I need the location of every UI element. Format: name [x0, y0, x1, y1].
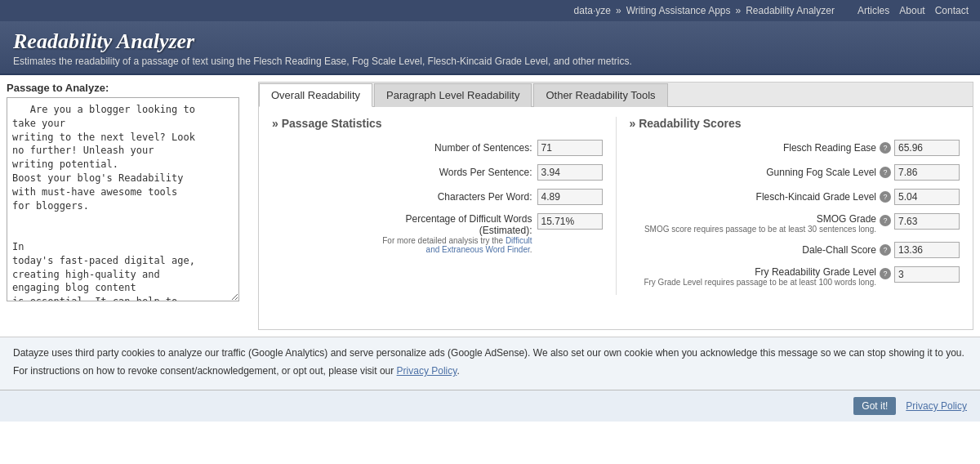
difficult-words-link[interactable]: Difficult and Extraneous Word Finder: [426, 236, 532, 254]
main-content: Passage to Analyze: Overall Readability …: [0, 75, 980, 337]
nav-current[interactable]: Readability Analyzer: [746, 5, 835, 16]
score-label-fry: Fry Readability Grade Level Fry Grade Le…: [644, 266, 876, 287]
score-value-fk: [894, 189, 960, 205]
cookie-bar: Got it! Privacy Policy: [0, 390, 980, 422]
cookie-notice: Datayze uses third party cookies to anal…: [0, 337, 980, 390]
cookie-period: .: [457, 365, 459, 377]
nav-about[interactable]: About: [899, 5, 924, 16]
score-row-fry: Fry Readability Grade Level Fry Grade Le…: [630, 266, 960, 287]
stat-value-sentences: [537, 140, 603, 156]
page-title: Readability Analyzer: [13, 29, 967, 54]
passage-stats: » Passage Statistics Number of Sentences…: [272, 117, 603, 295]
page-subtitle: Estimates the readability of a passage o…: [13, 56, 967, 67]
score-row-smog: SMOG Grade SMOG score requires passage t…: [630, 213, 960, 234]
score-row-fog: Gunning Fog Scale Level ?: [630, 164, 960, 181]
brand-link[interactable]: data·yze: [574, 5, 611, 16]
score-label-flesch: Flesch Reading Ease: [783, 142, 876, 154]
tab-content: » Passage Statistics Number of Sentences…: [259, 107, 973, 305]
scores-arrow: »: [630, 117, 639, 130]
cookie-text1: Datayze uses third party cookies to anal…: [13, 346, 967, 360]
passage-label: Passage to Analyze:: [7, 82, 252, 94]
score-row-dale: Dale-Chall Score ?: [630, 242, 960, 258]
stat-row-sentences: Number of Sentences:: [272, 140, 603, 156]
cookie-bar-privacy-link[interactable]: Privacy Policy: [906, 400, 967, 412]
stat-label-sentences: Number of Sentences:: [434, 142, 532, 154]
score-label-fk: Flesch-Kincaid Grade Level: [756, 191, 876, 203]
score-value-fog: [894, 164, 960, 181]
cookie-text2-prefix: For instructions on how to revoke consen…: [13, 365, 397, 377]
stat-label-words-per-sentence: Words Per Sentence:: [439, 167, 532, 178]
stat-row-difficult-words: Percentage of Difficult Words (Estimated…: [272, 213, 603, 254]
nav-articles[interactable]: Articles: [858, 5, 889, 16]
cookie-privacy-link[interactable]: Privacy Policy: [397, 365, 457, 377]
stats-columns: » Passage Statistics Number of Sentences…: [272, 117, 960, 295]
score-value-fry: [894, 266, 960, 283]
column-divider: [616, 117, 617, 295]
stat-value-chars-per-word: [537, 189, 603, 205]
stat-label-chars-per-word: Characters Per Word:: [438, 191, 532, 203]
score-value-smog: [894, 213, 960, 230]
results-section: Overall Readability Paragraph Level Read…: [258, 82, 973, 330]
stat-label-difficult-words: Percentage of Difficult Words (Estimated…: [369, 213, 532, 254]
score-label-dale: Dale-Chall Score: [802, 244, 876, 256]
score-row-fk: Flesch-Kincaid Grade Level ?: [630, 189, 960, 205]
tab-other-tools[interactable]: Other Readability Tools: [533, 83, 667, 107]
nav-writing-apps[interactable]: Writing Assistance Apps: [626, 5, 731, 16]
flesch-help-icon[interactable]: ?: [880, 142, 891, 154]
score-label-smog: SMOG Grade SMOG score requires passage t…: [644, 213, 876, 234]
dale-help-icon[interactable]: ?: [880, 244, 891, 256]
nav-sep2: »: [736, 5, 742, 16]
stat-value-words-per-sentence: [537, 164, 603, 181]
header: Readability Analyzer Estimates the reada…: [0, 21, 980, 75]
top-nav: data·yze » Writing Assistance Apps » Rea…: [0, 0, 980, 21]
passage-stats-title: » Passage Statistics: [272, 117, 603, 130]
readability-scores-title: » Readability Scores: [630, 117, 960, 130]
score-value-dale: [894, 242, 960, 258]
stat-row-chars-per-word: Characters Per Word:: [272, 189, 603, 205]
nav-contact[interactable]: Contact: [935, 5, 969, 16]
got-it-button[interactable]: Got it!: [853, 397, 896, 415]
stat-note-difficult-words: For more detailed analysis try the Diffi…: [369, 236, 532, 254]
passage-textarea[interactable]: [7, 97, 239, 301]
stat-value-difficult-words: [537, 213, 603, 230]
tab-overall-readability[interactable]: Overall Readability: [259, 83, 372, 107]
smog-help-icon[interactable]: ?: [880, 215, 891, 226]
smog-note: SMOG score requires passage to be at lea…: [644, 225, 876, 234]
nav-sep1: »: [616, 5, 621, 16]
fry-note: Fry Grade Level requires passage to be a…: [644, 278, 876, 287]
tabs: Overall Readability Paragraph Level Read…: [259, 83, 973, 107]
cookie-text2: For instructions on how to revoke consen…: [13, 364, 967, 378]
passage-stats-label: Passage Statistics: [282, 117, 382, 130]
tab-paragraph-level[interactable]: Paragraph Level Readability: [374, 83, 532, 107]
readability-scores: » Readability Scores Flesch Reading Ease…: [630, 117, 960, 295]
fry-help-icon[interactable]: ?: [880, 268, 891, 279]
score-row-flesch: Flesch Reading Ease ?: [630, 140, 960, 156]
fog-help-icon[interactable]: ?: [880, 167, 891, 178]
scores-label: Readability Scores: [639, 117, 741, 130]
score-value-flesch: [894, 140, 960, 156]
passage-stats-arrow: »: [272, 117, 282, 130]
stat-row-words-per-sentence: Words Per Sentence:: [272, 164, 603, 181]
passage-section: Passage to Analyze:: [7, 82, 252, 330]
fk-help-icon[interactable]: ?: [880, 191, 891, 203]
score-label-fog: Gunning Fog Scale Level: [766, 167, 876, 178]
